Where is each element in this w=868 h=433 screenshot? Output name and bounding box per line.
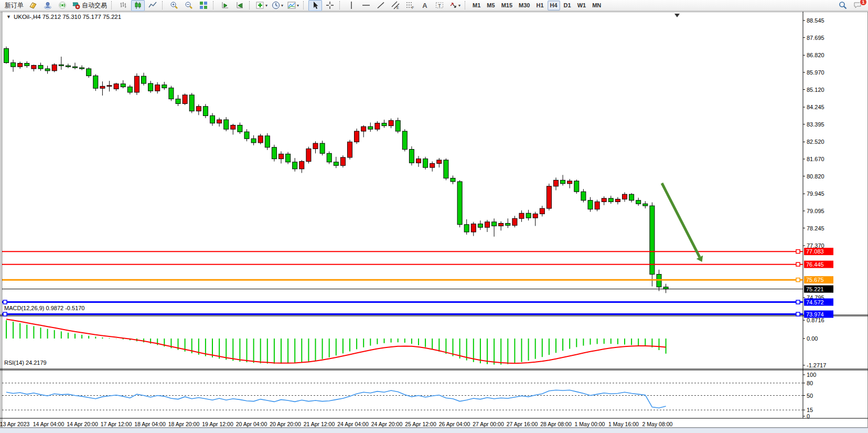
dropdown-caret-icon[interactable]: ▾ <box>265 3 267 8</box>
time-axis-label: 20 Apr 04:00 <box>236 421 267 427</box>
vertical-line-button[interactable] <box>345 0 358 11</box>
zoom-out-button[interactable] <box>182 0 196 11</box>
cursor-button[interactable] <box>308 0 322 11</box>
candle <box>4 49 9 63</box>
candle <box>80 68 84 69</box>
chart-window[interactable]: 88.54587.69586.82085.97085.12084.24583.3… <box>0 12 868 428</box>
level-handle[interactable] <box>796 300 800 304</box>
trend-arrow-annotation[interactable] <box>662 183 700 257</box>
rsi-tick-label: 80 <box>807 380 813 386</box>
trendline-icon <box>377 1 385 9</box>
timeframe-h4-button[interactable]: H4 <box>548 1 560 10</box>
candle <box>561 180 565 184</box>
time-axis-label: 14 Apr 20:00 <box>67 421 98 427</box>
trendline-button[interactable] <box>374 0 388 11</box>
notifications-button[interactable]: 1 <box>851 0 864 11</box>
price-tick-label: 79.945 <box>807 191 824 197</box>
fibonacci-button[interactable]: F <box>403 0 417 11</box>
candle <box>554 180 559 186</box>
time-axis-label: 24 Apr 04:00 <box>337 421 369 427</box>
price-badge-label: 74.572 <box>806 299 824 305</box>
candle <box>127 87 132 92</box>
label-button[interactable]: T <box>433 0 446 11</box>
level-handle[interactable] <box>796 250 800 254</box>
indicators-button[interactable]: ▾ <box>254 0 269 11</box>
templates-button[interactable]: ▾ <box>286 0 301 11</box>
timeframe-m30-button[interactable]: M30 <box>516 1 532 10</box>
price-badge-label: 75.675 <box>806 277 824 283</box>
level-handle[interactable] <box>796 278 800 282</box>
crosshair-button[interactable] <box>323 0 337 11</box>
level-handle[interactable] <box>796 262 800 266</box>
timeframe-m1-button[interactable]: M1 <box>470 1 483 10</box>
price-tick-label: 80.820 <box>807 173 824 179</box>
auto-scroll-button[interactable] <box>218 0 232 11</box>
level-handle[interactable] <box>796 312 800 316</box>
level-handle[interactable] <box>3 312 7 316</box>
candle <box>31 65 36 69</box>
bar-chart-button[interactable] <box>116 0 130 11</box>
channel-button[interactable]: E <box>389 0 402 11</box>
dropdown-caret-icon[interactable]: ▾ <box>297 3 299 8</box>
candle <box>629 194 634 200</box>
new-order-button[interactable]: 新订单 <box>2 0 25 11</box>
collapse-icon[interactable]: ▼ <box>6 14 11 19</box>
candle <box>155 85 160 91</box>
arrows-icon <box>449 1 457 9</box>
candle <box>148 83 153 91</box>
timeframe-w1-button[interactable]: W1 <box>575 1 589 10</box>
candle <box>121 84 125 87</box>
rsi-label: RSI(14) 24.2179 <box>4 360 47 366</box>
price-tick-label: 79.095 <box>807 208 824 214</box>
zoom-in-button[interactable] <box>167 0 181 11</box>
time-axis-label: 27 Apr 00:00 <box>473 421 504 427</box>
timeframe-d1-button[interactable]: D1 <box>561 1 574 10</box>
timeframe-m5-button[interactable]: M5 <box>484 1 497 10</box>
channel-icon: E <box>391 1 400 9</box>
periods-button[interactable]: ▾ <box>270 0 285 11</box>
time-axis-label: 2 May 08:00 <box>642 421 673 427</box>
toolbar-separator <box>111 1 114 9</box>
autotrading-icon <box>72 1 80 9</box>
candles-icon <box>134 1 142 9</box>
candle <box>320 143 325 153</box>
candle <box>238 125 242 132</box>
autotrading-button[interactable]: 自动交易 <box>70 0 109 11</box>
horizontal-line-button[interactable] <box>359 0 373 11</box>
candle <box>567 181 572 184</box>
time-axis-label: 25 Apr 12:00 <box>405 421 436 427</box>
profile-button[interactable] <box>41 0 55 11</box>
line-chart-button[interactable] <box>146 0 159 11</box>
candle <box>423 159 428 168</box>
time-axis-label: 27 Apr 16:00 <box>507 421 538 427</box>
dropdown-caret-icon[interactable]: ▾ <box>281 3 283 8</box>
timeframe-m15-button[interactable]: M15 <box>499 1 515 10</box>
candlestick-chart-button[interactable] <box>131 0 145 11</box>
svg-text:T: T <box>438 3 441 8</box>
dropdown-caret-icon[interactable]: ▾ <box>458 3 460 8</box>
level-handle[interactable] <box>3 300 7 304</box>
tile-windows-button[interactable] <box>197 0 210 11</box>
candle <box>25 64 29 66</box>
macd-tick-label: 0.00 <box>807 335 818 342</box>
candle <box>231 125 235 129</box>
chart-title: ▼ UKOil-,H4 75.212 75.310 75.177 75.221 <box>6 14 121 20</box>
broadcast-button[interactable] <box>56 0 69 11</box>
search-button[interactable] <box>836 0 850 11</box>
chart-canvas[interactable]: 88.54587.69586.82085.97085.12084.24583.3… <box>0 12 868 428</box>
candle <box>437 160 442 164</box>
candle <box>623 194 627 199</box>
text-button[interactable]: A <box>418 0 432 11</box>
chart-shift-button[interactable] <box>233 0 247 11</box>
charts-button[interactable] <box>26 0 40 11</box>
arrows-button[interactable]: ▾ <box>447 0 462 11</box>
search-icon <box>839 1 847 9</box>
timeframe-mn-button[interactable]: MN <box>590 1 604 10</box>
candle <box>279 154 284 159</box>
candle <box>512 218 517 225</box>
candle <box>492 222 497 226</box>
candle <box>59 65 63 66</box>
candle <box>340 157 345 165</box>
chart-shift-marker[interactable] <box>674 14 680 17</box>
timeframe-h1-button[interactable]: H1 <box>533 1 546 10</box>
